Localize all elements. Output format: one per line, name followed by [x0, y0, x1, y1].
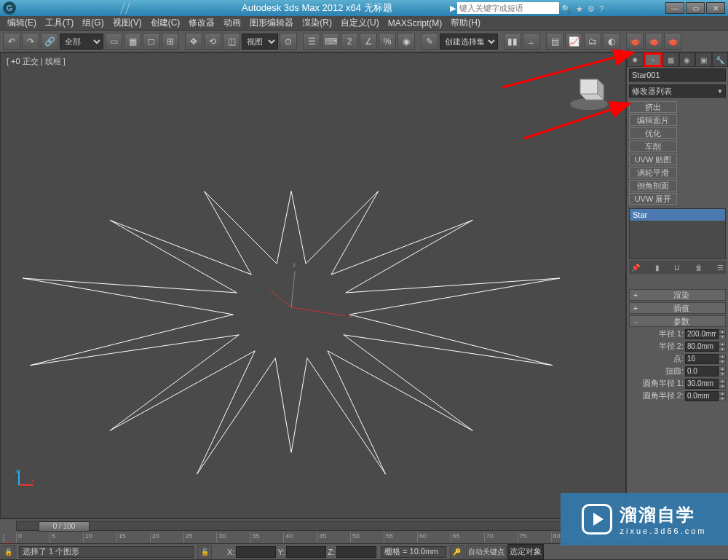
modifier-list-dropdown[interactable]: 修改器列表 — [629, 84, 726, 98]
scale-button[interactable]: ◫ — [223, 33, 240, 50]
create-tab[interactable]: ✹ — [627, 52, 644, 67]
search-input[interactable] — [457, 2, 559, 14]
modifier-turbosmooth[interactable]: 涡轮平滑 — [629, 167, 677, 178]
curve-editor-button[interactable]: 📈 — [565, 33, 582, 50]
x-coord[interactable] — [236, 546, 276, 558]
select-button[interactable]: ▭ — [105, 33, 122, 50]
ref-coord-system[interactable]: 视图 — [242, 33, 278, 50]
rect-select-button[interactable]: ◻ — [143, 33, 160, 50]
lock-selection-icon[interactable]: 🔒 — [1, 545, 15, 559]
radius2-spinner[interactable] — [685, 342, 719, 352]
manipulate-button[interactable]: ☰ — [303, 33, 320, 50]
menu-views[interactable]: 视图(V) — [113, 17, 142, 29]
remove-modifier-icon[interactable]: 🗑 — [695, 264, 703, 272]
make-unique-icon[interactable]: ⵡ — [674, 264, 680, 272]
menu-grapheditors[interactable]: 图形编辑器 — [250, 17, 293, 29]
keyboard-shortcut-button[interactable]: ⌨ — [322, 33, 339, 50]
menu-group[interactable]: 组(G) — [82, 17, 103, 29]
svg-text:x: x — [349, 312, 353, 319]
selection-filter[interactable]: 全部 — [60, 33, 103, 50]
schematic-button[interactable]: 🗂 — [584, 33, 601, 50]
app-icon: G — [3, 1, 16, 15]
layer-button[interactable]: ▤ — [546, 33, 563, 50]
menu-rendering[interactable]: 渲染(R) — [302, 17, 332, 29]
watermark-url: zixue.3d66.com — [620, 527, 706, 535]
close-button[interactable]: ✕ — [706, 2, 725, 14]
menu-customize[interactable]: 自定义(U) — [341, 17, 379, 29]
menu-tools[interactable]: 工具(T) — [45, 17, 74, 29]
selection-lock-icon[interactable]: 🔓 — [197, 545, 212, 559]
menu-edit[interactable]: 编辑(E) — [7, 17, 36, 29]
radius1-spinner[interactable] — [685, 329, 719, 339]
svg-line-4 — [291, 307, 346, 316]
watermark: 溜溜自学 zixue.3d66.com — [561, 493, 728, 545]
modifier-uvwunwrap[interactable]: UVW 展开 — [629, 193, 677, 205]
rollout-params[interactable]: -参数 — [629, 315, 726, 327]
material-editor-button[interactable]: ◐ — [603, 33, 620, 50]
key-target-dropdown[interactable] — [507, 544, 544, 560]
viewport[interactable]: [ +0 正交 | 线框 ] x z z x — [0, 52, 626, 518]
z-coord[interactable] — [336, 546, 376, 558]
menu-modifiers[interactable]: 修改器 — [189, 17, 215, 29]
snap-angle-button[interactable]: ∠ — [360, 33, 377, 50]
align-button[interactable]: ⫠ — [523, 33, 540, 50]
rollout-interp[interactable]: +插值 — [629, 302, 726, 314]
toggle-key-mode-icon[interactable]: 🔑 — [450, 545, 464, 559]
object-name-field[interactable] — [629, 68, 726, 82]
auto-key-button[interactable]: 自动关键点 — [466, 545, 507, 559]
render-button[interactable]: 🫖 — [664, 33, 681, 50]
stack-toolbar: 📌 ▮ ⵡ 🗑 ☰ — [629, 261, 726, 274]
title-bar: G Autodesk 3ds Max 2012 x64 无标题 ▶ 🔍★⚙? —… — [0, 0, 728, 16]
mirror-button[interactable]: ▮▮ — [504, 33, 521, 50]
render-setup-button[interactable]: 🫖 — [626, 33, 644, 50]
fillet1-spinner[interactable] — [685, 379, 719, 389]
named-sel-sets[interactable]: 创建选择集 — [440, 33, 498, 50]
move-button[interactable]: ✥ — [185, 33, 202, 50]
menu-animation[interactable]: 动画 — [223, 17, 241, 29]
minimize-button[interactable]: — — [665, 2, 684, 14]
pin-stack-icon[interactable]: 📌 — [631, 264, 640, 272]
hierarchy-tab[interactable]: ▦ — [662, 52, 679, 67]
undo-button[interactable]: ↶ — [3, 33, 20, 50]
help-icons[interactable]: 🔍★⚙? — [559, 3, 606, 14]
display-tab[interactable]: ▣ — [695, 52, 712, 67]
modifier-optimize[interactable]: 优化 — [629, 127, 677, 139]
y-coord[interactable] — [286, 546, 326, 558]
menu-help[interactable]: 帮助(H) — [451, 17, 480, 29]
points-spinner[interactable] — [685, 354, 719, 364]
configure-sets-icon[interactable]: ☰ — [717, 264, 724, 272]
utilities-tab[interactable]: 🔧 — [712, 52, 729, 67]
spinner-snap-button[interactable]: ◉ — [397, 33, 415, 50]
menu-create[interactable]: 创建(C) — [151, 17, 181, 29]
rotate-button[interactable]: ⟲ — [204, 33, 221, 50]
snap-2d-button[interactable]: 2 — [341, 33, 358, 50]
maximize-button[interactable]: ▭ — [686, 2, 705, 14]
fillet2-spinner[interactable] — [685, 391, 719, 401]
link-button[interactable]: 🔗 — [41, 33, 58, 50]
modifier-lathe[interactable]: 车削 — [629, 141, 677, 152]
snap-percent-button[interactable]: % — [379, 33, 396, 50]
modifier-stack[interactable]: Star — [629, 208, 726, 259]
modifier-editpatch[interactable]: 编辑面片 — [629, 114, 677, 126]
time-slider-thumb[interactable]: 0 / 100 — [39, 521, 90, 532]
svg-text:x: x — [31, 478, 34, 484]
show-end-result-icon[interactable]: ▮ — [655, 264, 660, 272]
select-name-button[interactable]: ▦ — [124, 33, 141, 50]
rollout-render[interactable]: +渲染 — [629, 289, 726, 301]
stack-item-star[interactable]: Star — [630, 209, 725, 221]
modifier-bevelprofile[interactable]: 倒角剖面 — [629, 180, 677, 192]
menu-maxscript[interactable]: MAXScript(M) — [388, 18, 443, 28]
edit-named-sel-button[interactable]: ✎ — [421, 33, 438, 50]
title-divider — [120, 2, 130, 14]
modify-tab[interactable]: ⤷ — [644, 52, 663, 67]
svg-text:z: z — [15, 468, 18, 474]
modifier-extrude[interactable]: 挤出 — [629, 101, 677, 113]
grid-info: 栅格 = 10.0mm — [381, 546, 446, 558]
redo-button[interactable]: ↷ — [22, 33, 39, 50]
distort-spinner[interactable] — [685, 366, 719, 376]
motion-tab[interactable]: ◉ — [679, 52, 696, 67]
render-frame-button[interactable]: 🫖 — [645, 33, 662, 50]
pivot-button[interactable]: ⊙ — [280, 33, 297, 50]
window-crossing-button[interactable]: ⊞ — [162, 33, 179, 50]
modifier-uvwmap[interactable]: UVW 贴图 — [629, 154, 677, 165]
